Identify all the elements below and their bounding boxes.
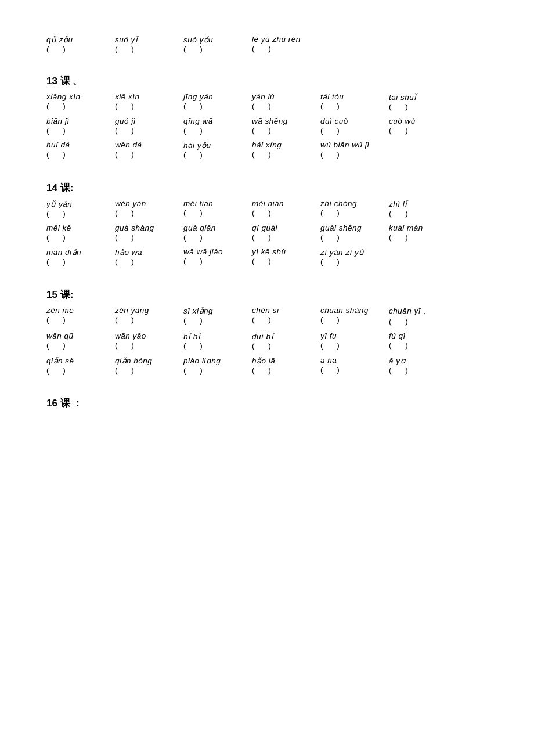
word-group: piào liɑng ( ) (183, 356, 236, 375)
parens: ( ) (389, 366, 414, 375)
pinyin: hǎo wā (115, 247, 142, 257)
pinyin: qí guài (252, 224, 277, 232)
word-group: wú biān wú jì ( ) (320, 141, 402, 159)
word-group: qí guài ( ) (252, 224, 304, 242)
pinyin: biān jì (46, 117, 70, 125)
pinyin: yì kē shù (252, 247, 286, 256)
word-group: wén yán ( ) (115, 199, 167, 218)
parens: ( ) (320, 126, 345, 135)
word-group: chuān shàng ( ) (320, 306, 373, 326)
parens: ( ) (320, 233, 345, 242)
word-group: zěn me ( ) (46, 306, 99, 326)
lesson13-row1: xiāng xìn ( ) xiě xìn ( ) jīng yán ( ) y… (46, 92, 488, 114)
lesson15-section: 15 课: zěn me ( ) zěn yàng ( ) sī xiǎng (… (46, 288, 488, 378)
pinyin: zhì chóng (320, 199, 357, 208)
parens: ( ) (252, 315, 277, 324)
parens: ( ) (183, 102, 208, 110)
word-group: hǎo wā ( ) (115, 247, 167, 266)
parens: ( ) (320, 315, 345, 324)
parens: ( ) (46, 126, 71, 135)
lesson13-title: 13 课 、 (46, 74, 488, 88)
word-group: hái yǒu ( ) (183, 141, 236, 159)
pinyin: tái shuǐ (389, 92, 417, 102)
pinyin: fú qì (389, 332, 406, 340)
pinyin: zì yán zì yǔ (320, 247, 365, 257)
parens: ( ) (252, 366, 277, 375)
word-group: guó jì ( ) (115, 117, 167, 135)
parens: ( ) (183, 208, 208, 217)
parens: ( ) (389, 341, 414, 350)
word-group: qīng wā ( ) (183, 117, 236, 135)
parens: ( ) (115, 208, 140, 217)
lesson14-title: 14 课: (46, 181, 488, 195)
word-group: guài shēng ( ) (320, 224, 373, 242)
pinyin: lè yú zhù rén (252, 35, 301, 44)
parens: ( ) (115, 341, 140, 350)
top-section: qǔ zǒu ( ) suó yǐ ( ) suó yǒu ( ) lè yú … (46, 35, 488, 57)
parens: ( ) (183, 257, 208, 265)
parens: ( ) (46, 102, 71, 110)
lesson13-row3: huí dá ( ) wèn dá ( ) hái yǒu ( ) hái xí… (46, 141, 488, 163)
lesson14-row3: màn diǎn ( ) hǎo wā ( ) wā wā jiào ( ) y… (46, 247, 488, 269)
pinyin: qiǎn sè (46, 356, 74, 365)
pinyin: chén sī (252, 306, 279, 315)
word-group: měi kē ( ) (46, 224, 99, 242)
lesson14-row2: měi kē ( ) guà shàng ( ) guà qiān ( ) qí… (46, 224, 488, 245)
pinyin: měi nián (252, 199, 284, 208)
pinyin: yán lù (252, 92, 275, 101)
parens: ( ) (183, 126, 208, 135)
parens: ( ) (252, 341, 277, 350)
parens: ( ) (115, 366, 140, 375)
word-group: yì kē shù ( ) (252, 247, 304, 266)
parens: ( ) (252, 126, 277, 135)
pinyin: zěn yàng (115, 306, 149, 315)
top-row: qǔ zǒu ( ) suó yǐ ( ) suó yǒu ( ) lè yú … (46, 35, 488, 57)
parens: ( ) (389, 126, 414, 135)
parens: ( ) (320, 208, 345, 217)
pinyin: guài shēng (320, 224, 362, 232)
pinyin: duì bǐ (252, 332, 273, 341)
word-group: wā shēng ( ) (252, 117, 304, 135)
parens: ( ) (320, 341, 345, 350)
parens: ( ) (183, 45, 208, 53)
pinyin: wèn dá (115, 141, 142, 149)
lesson15-row1: zěn me ( ) zěn yàng ( ) sī xiǎng ( ) ché… (46, 306, 488, 329)
parens: ( ) (115, 102, 140, 110)
word-group: tái tóu ( ) (320, 92, 373, 111)
word-group: wān yāo ( ) (115, 332, 167, 350)
pinyin: qǔ zǒu (46, 35, 73, 44)
word-group: wèn dá ( ) (115, 141, 167, 159)
pinyin: xiāng xìn (46, 92, 81, 101)
word-group: lè yú zhù rén ( ) (252, 35, 322, 53)
pinyin: màn diǎn (46, 247, 81, 257)
word-group: duì bǐ ( ) (252, 332, 304, 350)
parens: ( ) (46, 233, 71, 242)
pinyin: zěn me (46, 306, 74, 315)
pinyin: chuān shàng (320, 306, 369, 315)
word-group: fú qì ( ) (389, 332, 441, 350)
lesson14-row1: yǔ yán ( ) wén yán ( ) měi tiān ( ) měi … (46, 199, 488, 221)
parens: ( ) (46, 315, 71, 324)
word-group: ā hā ( ) (320, 356, 373, 375)
parens: ( ) (252, 44, 277, 53)
parens: ( ) (183, 316, 208, 325)
word-group: zhì chóng ( ) (320, 199, 373, 218)
parens: ( ) (183, 150, 208, 159)
word-group: qiǎn hóng ( ) (115, 356, 167, 375)
word-group: xiāng xìn ( ) (46, 92, 99, 111)
parens: ( ) (252, 150, 277, 159)
pinyin: wā wā jiào (183, 247, 223, 256)
word-group: sī xiǎng ( ) (183, 306, 236, 326)
pinyin: ā yɑ (389, 356, 406, 365)
pinyin: cuò wù (389, 117, 416, 125)
word-group: hái xíng ( ) (252, 141, 304, 159)
word-group: suó yǐ ( ) (115, 35, 167, 53)
word-group: jīng yán ( ) (183, 92, 236, 111)
pinyin: sī xiǎng (183, 306, 213, 315)
word-group: duì cuò ( ) (320, 117, 373, 135)
word-group: zì yán zì yǔ ( ) (320, 247, 402, 266)
word-group: hǎo lā ( ) (252, 356, 304, 375)
pinyin: huí dá (46, 141, 70, 149)
pinyin: bǐ bǐ (183, 332, 200, 341)
word-group: màn diǎn ( ) (46, 247, 99, 266)
